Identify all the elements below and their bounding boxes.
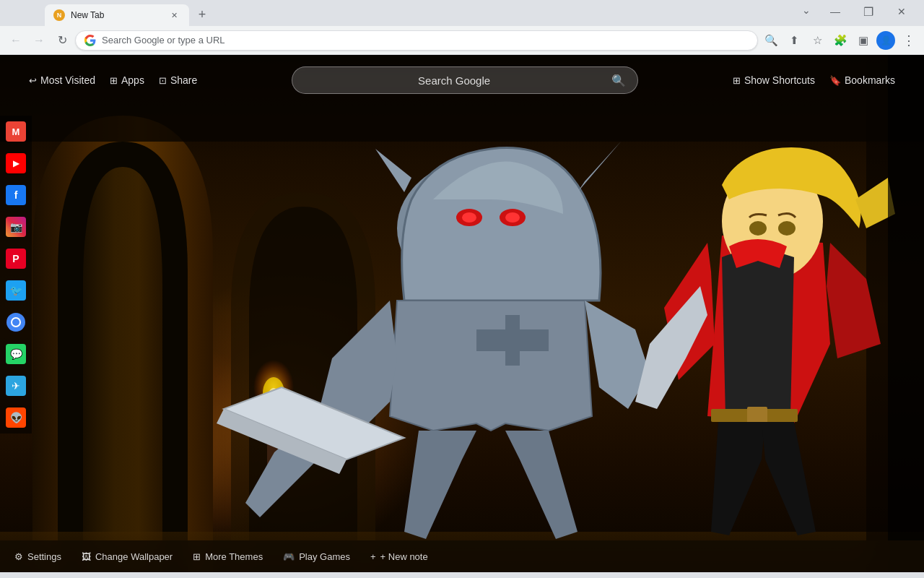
new-tab-page: ↩ Most Visited ⊞ Apps ⊡ Share Search Goo… [0, 55, 924, 572]
play-games-item[interactable]: 🎮 Play Games [283, 551, 350, 562]
new-note-label: + New note [380, 551, 428, 562]
google-logo-icon [84, 35, 96, 46]
search-magnify-icon: 🔍 [611, 74, 626, 87]
back-button[interactable]: ← [6, 30, 26, 51]
tab-close-button[interactable]: ✕ [167, 9, 180, 22]
sidebar-item-whatsapp[interactable]: 💬 [0, 338, 32, 370]
apps-label: Apps [121, 74, 144, 86]
extension-icon[interactable]: 🧩 [830, 30, 850, 51]
most-visited-icon: ↩ [29, 75, 37, 86]
sidebar-item-telegram[interactable]: ✈ [0, 370, 32, 402]
sidebar-item-reddit[interactable]: 👽 [0, 402, 32, 434]
tab-title: New Tab [71, 10, 162, 20]
menu-button[interactable]: ⋮ [898, 30, 918, 51]
sidebar-item-instagram[interactable]: 📷 [0, 211, 32, 243]
sidebar-item-twitter[interactable]: 🐦 [0, 275, 32, 306]
sidebar-item-gmail[interactable]: M [0, 116, 32, 147]
refresh-button[interactable]: ↻ [52, 30, 72, 51]
search-icon[interactable]: 🔍 [761, 30, 781, 51]
svg-point-11 [462, 212, 476, 223]
settings-icon: ⚙ [14, 551, 23, 562]
show-shortcuts-item[interactable]: ⊞ Show Shortcuts [733, 74, 815, 86]
address-text: Search Google or type a URL [102, 35, 749, 46]
search-placeholder: Search Google [304, 74, 604, 87]
svg-rect-17 [747, 407, 767, 424]
shortcuts-icon: ⊞ [733, 75, 741, 86]
sidebar-item-facebook[interactable]: f [0, 179, 32, 211]
top-nav: ↩ Most Visited ⊞ Apps ⊡ Share Search Goo… [0, 66, 924, 94]
nav-left-group: ↩ Most Visited ⊞ Apps ⊡ Share [29, 74, 197, 86]
maximize-button[interactable]: ❐ [852, 0, 885, 23]
bookmarks-item[interactable]: 🔖 Bookmarks [829, 74, 895, 86]
browser-chrome: N New Tab ✕ + ⌄ — ❐ ✕ ← → ↻ Search Go [0, 0, 924, 578]
active-tab[interactable]: N New Tab ✕ [45, 4, 189, 26]
play-games-label: Play Games [299, 551, 350, 562]
minimize-button[interactable]: — [819, 0, 852, 23]
change-wallpaper-label: Change Wallpaper [95, 551, 173, 562]
tab-list-button[interactable]: ⌄ [794, 0, 819, 20]
sidebar-item-chrome[interactable] [0, 306, 32, 338]
new-note-item[interactable]: + + New note [370, 551, 428, 562]
bookmarks-label: Bookmarks [845, 74, 895, 86]
svg-point-15 [778, 221, 796, 236]
share-icon[interactable]: ⬆ [784, 30, 804, 51]
svg-point-21 [12, 319, 19, 326]
share-nav-item[interactable]: ⊡ Share [159, 74, 197, 86]
change-wallpaper-item[interactable]: 🖼 Change Wallpaper [82, 551, 173, 562]
play-games-icon: 🎮 [283, 551, 295, 562]
bookmark-icon[interactable]: ☆ [807, 30, 827, 51]
toolbar: ← → ↻ Search Google or type a URL 🔍 ⬆ ☆ … [0, 26, 924, 55]
svg-rect-18 [888, 55, 924, 572]
bookmarks-icon: 🔖 [829, 75, 841, 86]
sidebar-icons: M ▶ f 📷 P 🐦 [0, 116, 32, 434]
tab-favicon: N [53, 9, 65, 21]
new-tab-button[interactable]: + [192, 4, 212, 25]
tab-strip: N New Tab ✕ + ⌄ — ❐ ✕ [0, 0, 924, 26]
shortcuts-label: Show Shortcuts [744, 74, 815, 86]
window-controls: ⌄ — ❐ ✕ [794, 0, 918, 26]
more-themes-item[interactable]: ⊞ More Themes [193, 551, 263, 562]
search-box[interactable]: Search Google 🔍 [292, 66, 638, 94]
chrome-icon [6, 312, 26, 332]
arch-structure [0, 55, 924, 572]
share-label: Share [170, 74, 197, 86]
settings-label: Settings [27, 551, 61, 562]
address-bar[interactable]: Search Google or type a URL [75, 30, 758, 51]
most-visited-label: Most Visited [40, 74, 95, 86]
more-themes-icon: ⊞ [193, 551, 201, 562]
forward-button[interactable]: → [29, 30, 49, 51]
sidebar-item-youtube[interactable]: ▶ [0, 147, 32, 179]
bottom-bar: ⚙ Settings 🖼 Change Wallpaper ⊞ More The… [0, 540, 924, 572]
svg-point-14 [749, 221, 767, 236]
share-icon: ⊡ [159, 75, 167, 86]
profile-button[interactable]: 👤 [876, 31, 895, 50]
apps-nav-item[interactable]: ⊞ Apps [110, 74, 144, 86]
most-visited-nav-item[interactable]: ↩ Most Visited [29, 74, 95, 86]
apps-icon: ⊞ [110, 75, 118, 86]
sidebar-item-pinterest[interactable]: P [0, 243, 32, 275]
sidebar-toggle-icon[interactable]: ▣ [853, 30, 873, 51]
close-window-button[interactable]: ✕ [885, 0, 918, 23]
settings-item[interactable]: ⚙ Settings [14, 551, 61, 562]
svg-point-12 [505, 212, 520, 223]
change-wallpaper-icon: 🖼 [82, 551, 91, 562]
nav-right-group: ⊞ Show Shortcuts 🔖 Bookmarks [733, 74, 895, 86]
background-scene-svg [0, 55, 924, 572]
new-note-icon: + [370, 551, 376, 562]
more-themes-label: More Themes [205, 551, 263, 562]
